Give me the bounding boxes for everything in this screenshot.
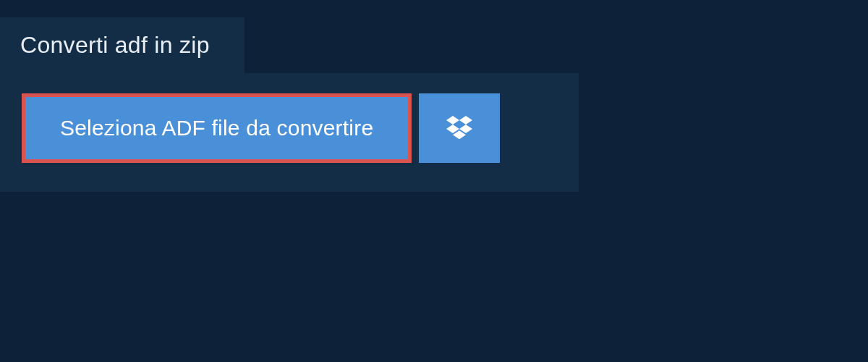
select-file-label: Seleziona ADF file da convertire: [60, 116, 373, 140]
tab-header: Converti adf in zip: [0, 17, 244, 73]
select-file-button[interactable]: Seleziona ADF file da convertire: [22, 93, 412, 163]
dropbox-button[interactable]: [419, 93, 500, 163]
page-title: Converti adf in zip: [20, 32, 210, 58]
converter-panel: Seleziona ADF file da convertire: [0, 73, 579, 192]
button-row: Seleziona ADF file da convertire: [22, 93, 557, 163]
dropbox-icon: [446, 114, 472, 143]
